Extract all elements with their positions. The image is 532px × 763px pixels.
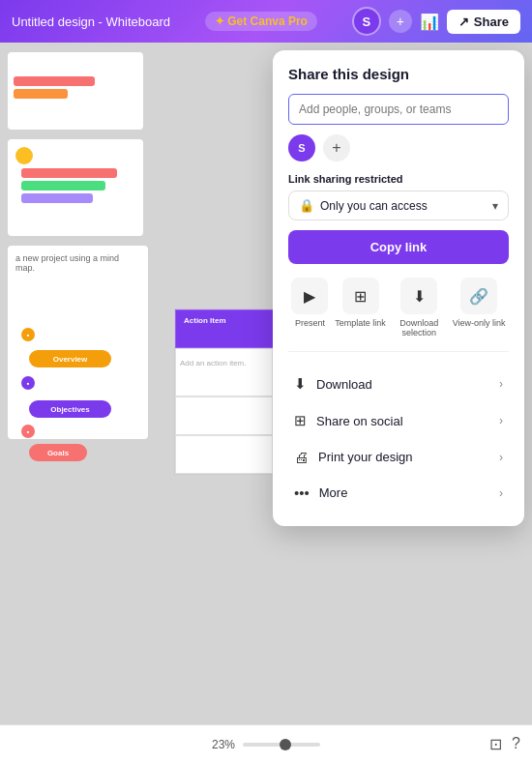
slide-thumb-2 xyxy=(8,139,143,236)
analytics-icon[interactable]: 📊 xyxy=(420,13,439,31)
header-right: S + 📊 ↗ Share xyxy=(352,7,520,36)
print-label: Print your design xyxy=(318,450,413,464)
menu-item-download[interactable]: ⬇ Download › xyxy=(288,366,509,402)
menu-item-more[interactable]: ••• More › xyxy=(288,475,509,511)
print-chevron-icon: › xyxy=(499,451,503,464)
more-label: More xyxy=(319,485,348,500)
lock-icon: 🔒 xyxy=(299,198,314,213)
zoom-slider-container[interactable] xyxy=(243,743,320,747)
more-chevron-icon: › xyxy=(499,486,503,500)
template-link-label: Template link xyxy=(335,318,386,328)
zoom-thumb xyxy=(280,739,291,750)
view-only-link-icon: 🔗 xyxy=(460,278,497,314)
add-collaborator-button[interactable]: + xyxy=(389,10,412,33)
bottom-bar: 23% ⊡ ? xyxy=(0,724,532,763)
slide-thumb-1 xyxy=(8,52,143,130)
table-cell-2a xyxy=(175,396,273,435)
table-cell-1a: Add an action item. xyxy=(175,348,273,396)
link-section-label: Link sharing restricted xyxy=(288,173,509,185)
share-button[interactable]: ↗ Share xyxy=(447,10,520,34)
user-row: S + xyxy=(288,134,509,161)
panel-title: Share this design xyxy=(288,66,509,82)
zoom-slider[interactable] xyxy=(243,743,320,747)
avatar[interactable]: S xyxy=(352,7,381,36)
bottom-right-icons: ⊡ ? xyxy=(489,735,520,753)
node-dot-1: • xyxy=(21,328,35,341)
search-input[interactable] xyxy=(288,94,509,125)
download-selection-icon: ⬇ xyxy=(400,278,437,314)
node-objectives: Objectives xyxy=(29,400,111,418)
app-header: Untitled design - Whiteboard ✦ Get Canva… xyxy=(0,0,532,43)
share-social-chevron-icon: › xyxy=(499,414,503,427)
mindmap-text: a new project using a mind map. xyxy=(8,246,148,280)
access-dropdown[interactable]: 🔒 Only you can access ▾ xyxy=(288,191,509,220)
help-icon[interactable]: ? xyxy=(512,735,520,753)
pro-badge[interactable]: ✦ Get Canva Pro xyxy=(205,12,317,31)
share-icon: ↗ xyxy=(458,15,469,29)
canvas-area: a new project using a mind map. • Overvi… xyxy=(0,43,532,724)
menu-item-share-social[interactable]: ⊞ Share on social › xyxy=(288,402,509,439)
download-icon: ⬇ xyxy=(294,375,307,393)
node-overview: Overview xyxy=(29,350,111,367)
share-social-icon: ⊞ xyxy=(294,412,307,429)
chevron-down-icon: ▾ xyxy=(492,199,498,213)
zoom-level: 23% xyxy=(212,738,235,751)
document-title: Untitled design - Whiteboard xyxy=(12,15,170,29)
download-chevron-icon: › xyxy=(499,377,503,391)
download-selection-label: Download selection xyxy=(393,318,446,337)
copy-link-button[interactable]: Copy link xyxy=(288,230,509,264)
quick-actions-row: ▶ Present ⊞ Template link ⬇ Download sel… xyxy=(288,278,509,352)
node-dot-2: • xyxy=(21,376,35,390)
quick-action-present[interactable]: ▶ Present xyxy=(291,278,328,337)
node-goals: Goals xyxy=(29,444,87,461)
add-user-button[interactable]: + xyxy=(323,134,350,161)
share-social-label: Share on social xyxy=(316,414,403,428)
grid-icon[interactable]: ⊡ xyxy=(489,735,502,753)
more-icon: ••• xyxy=(294,484,310,501)
header-center: ✦ Get Canva Pro xyxy=(205,12,317,31)
owner-avatar: S xyxy=(288,134,315,161)
node-dot-3: • xyxy=(21,425,35,438)
template-link-icon: ⊞ xyxy=(342,278,379,314)
view-only-link-label: View-only link xyxy=(453,318,506,328)
download-label: Download xyxy=(316,377,372,392)
quick-action-template-link[interactable]: ⊞ Template link xyxy=(335,278,386,337)
menu-item-print[interactable]: 🖨 Print your design › xyxy=(288,439,509,475)
quick-action-download-selection[interactable]: ⬇ Download selection xyxy=(393,278,446,337)
access-label: Only you can access xyxy=(320,199,428,213)
present-label: Present xyxy=(295,318,325,328)
table-col-action: Action Item xyxy=(175,309,279,348)
present-icon: ▶ xyxy=(291,278,328,314)
table-cell-3a xyxy=(175,435,273,474)
quick-action-view-only-link[interactable]: 🔗 View-only link xyxy=(453,278,506,337)
share-panel: Share this design S + Link sharing restr… xyxy=(273,50,524,526)
print-icon: 🖨 xyxy=(294,449,309,465)
